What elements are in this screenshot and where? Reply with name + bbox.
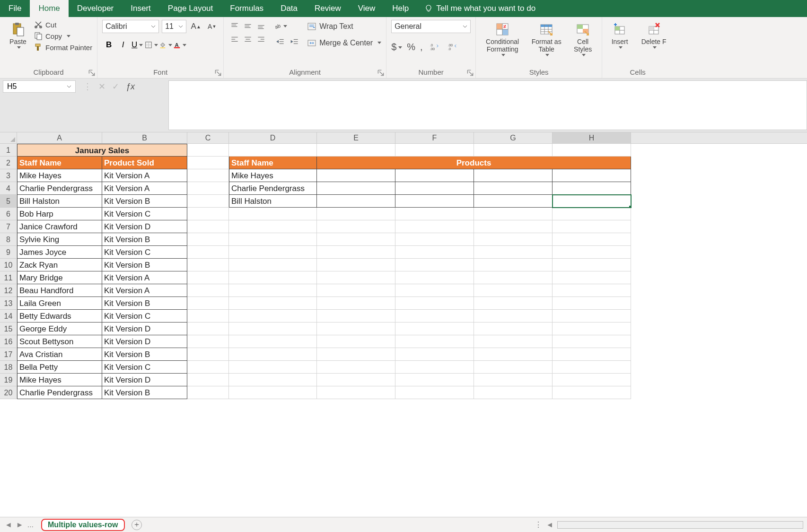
cell[interactable] (317, 182, 395, 195)
cell[interactable] (187, 259, 229, 271)
cell[interactable] (553, 374, 631, 386)
cell[interactable]: Charlie Pendergrass (17, 182, 102, 195)
cell[interactable]: Kit Version C (102, 361, 187, 374)
cell[interactable]: Kit Version B (102, 259, 187, 271)
cell[interactable] (187, 144, 229, 157)
cell[interactable] (474, 271, 553, 284)
formula-options-icon[interactable]: ⋮ (83, 81, 92, 92)
dialog-launcher-icon[interactable] (215, 70, 221, 76)
cell[interactable] (187, 271, 229, 284)
cell[interactable] (229, 208, 317, 220)
cell[interactable]: Mike Hayes (17, 169, 102, 182)
tab-data[interactable]: Data (272, 0, 306, 17)
cell[interactable] (187, 233, 229, 246)
increase-font-button[interactable]: A▲ (189, 20, 202, 33)
cell[interactable]: Kit Version C (102, 208, 187, 220)
cell[interactable] (474, 259, 553, 271)
cell[interactable]: Kit Version B (102, 386, 187, 399)
hscroll-handle-icon[interactable]: ⋮ (535, 520, 542, 529)
row-header[interactable]: 4 (0, 182, 17, 195)
col-header-G[interactable]: G (474, 132, 553, 143)
cell[interactable] (395, 323, 474, 335)
cell[interactable]: George Eddy (17, 323, 102, 335)
cell[interactable] (474, 195, 553, 208)
cell[interactable] (553, 220, 631, 233)
tab-review[interactable]: Review (306, 0, 350, 17)
col-header-C[interactable]: C (187, 132, 229, 143)
cell[interactable] (187, 195, 229, 208)
cell[interactable] (229, 386, 317, 399)
cell[interactable] (474, 386, 553, 399)
hscroll-left[interactable]: ◄ (546, 521, 553, 529)
cell[interactable] (474, 297, 553, 310)
col-header-A[interactable]: A (17, 132, 102, 143)
cell[interactable]: Janice Crawford (17, 220, 102, 233)
cell[interactable]: Sylvie King (17, 233, 102, 246)
dialog-launcher-icon[interactable] (377, 70, 384, 76)
cell[interactable]: Charlie Pendergrass (17, 386, 102, 399)
cell[interactable] (395, 310, 474, 323)
enter-formula-button[interactable]: ✓ (112, 81, 119, 92)
decrease-indent-button[interactable] (274, 36, 287, 48)
row-header[interactable]: 10 (0, 259, 17, 271)
cell[interactable]: Bill Halston (17, 195, 102, 208)
conditional-formatting-button[interactable]: ≠ Conditional Formatting (481, 20, 524, 56)
select-all-corner[interactable] (0, 132, 17, 143)
sheet-nav-prev[interactable]: ◄ (5, 521, 12, 529)
cell[interactable] (395, 297, 474, 310)
cut-button[interactable]: Cut (34, 20, 92, 29)
font-size-combo[interactable]: 11 (162, 20, 186, 33)
cell[interactable] (395, 386, 474, 399)
tab-help[interactable]: Help (384, 0, 417, 17)
cell[interactable]: Ava Cristian (17, 348, 102, 361)
row-header[interactable]: 2 (0, 157, 17, 169)
cell[interactable]: Kit Version D (102, 335, 187, 348)
cell[interactable] (395, 374, 474, 386)
col-header-B[interactable]: B (102, 132, 187, 143)
cell[interactable]: Beau Handford (17, 284, 102, 297)
cell[interactable] (474, 208, 553, 220)
cell[interactable] (317, 361, 395, 374)
cell[interactable]: Staff Name (229, 157, 317, 169)
cell[interactable] (474, 284, 553, 297)
decrease-font-button[interactable]: A▼ (205, 20, 219, 33)
underline-button[interactable]: U (131, 39, 144, 51)
col-header-E[interactable]: E (317, 132, 395, 143)
cell[interactable]: Products (317, 157, 631, 169)
row-header[interactable]: 17 (0, 348, 17, 361)
cell[interactable] (474, 348, 553, 361)
sheet-tab-active[interactable]: Multiple values-row (41, 519, 124, 531)
cell[interactable]: Kit Version D (102, 374, 187, 386)
cell[interactable]: Kit Version C (102, 310, 187, 323)
cell[interactable]: Mike Hayes (17, 374, 102, 386)
align-top-button[interactable] (228, 20, 241, 32)
row-header[interactable]: 14 (0, 310, 17, 323)
cell[interactable] (229, 323, 317, 335)
cell[interactable] (553, 208, 631, 220)
cell[interactable] (395, 195, 474, 208)
cell[interactable] (187, 348, 229, 361)
percent-button[interactable]: % (407, 42, 415, 52)
cell[interactable] (474, 335, 553, 348)
paste-button[interactable]: Paste (5, 20, 31, 49)
row-header[interactable]: 16 (0, 335, 17, 348)
delete-cells-button[interactable]: Delete F (639, 20, 668, 49)
cell[interactable] (317, 335, 395, 348)
cell[interactable] (317, 233, 395, 246)
name-box[interactable]: H5 (3, 80, 76, 93)
increase-decimal-button[interactable]: .0.00 (428, 41, 441, 53)
cell[interactable] (317, 323, 395, 335)
wrap-text-button[interactable]: Wrap Text (307, 20, 381, 33)
cell[interactable] (229, 374, 317, 386)
row-header[interactable]: 13 (0, 297, 17, 310)
cell[interactable] (553, 169, 631, 182)
cell[interactable] (229, 297, 317, 310)
cell[interactable]: Mike Hayes (229, 169, 317, 182)
cell[interactable] (187, 297, 229, 310)
sheet-nav-more[interactable]: ... (27, 521, 34, 529)
row-header[interactable]: 11 (0, 271, 17, 284)
cell[interactable] (317, 208, 395, 220)
cell[interactable] (395, 208, 474, 220)
cell[interactable] (553, 182, 631, 195)
cell[interactable] (229, 271, 317, 284)
